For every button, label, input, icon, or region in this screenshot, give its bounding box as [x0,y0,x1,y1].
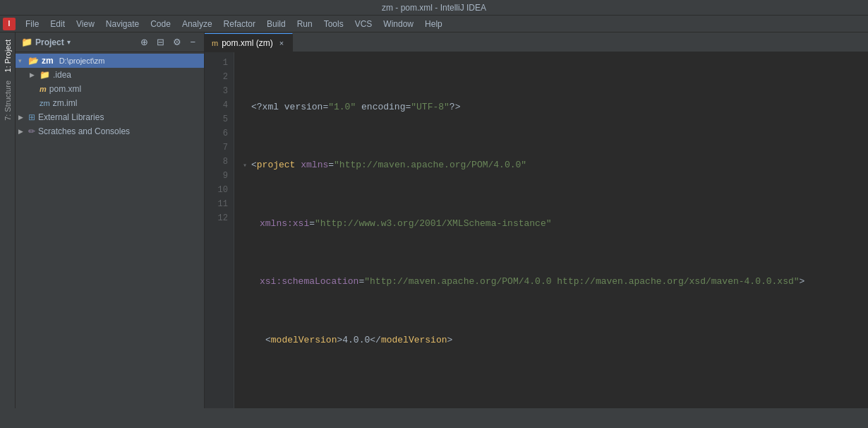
fold-5 [243,335,251,346]
pom-xml-label: pom.xml [49,84,81,94]
code-text-2: <project xmlns="http://maven.apache.org/… [251,158,526,173]
ext-libs-icon: ⊞ [28,112,35,122]
val-1b: "UTF-8" [411,102,450,112]
zm-root-path: D:\project\zm [59,57,105,65]
tab-label: pom.xml (zm) [222,38,273,48]
menu-analyze[interactable]: Analyze [176,18,218,30]
settings-button[interactable]: ⚙ [170,35,184,49]
project-folder-icon: 📁 [21,37,32,47]
code-text-1: <?xml version="1.0" encoding="UTF-8"?> [251,100,460,115]
line-num-7: 7 [205,141,228,155]
tree-item-scratches[interactable]: ▶ ✏ Scratches and Consoles [16,124,204,138]
sidebar-tab-structure[interactable]: 7: Structure [1,76,14,125]
line-num-8: 8 [205,155,228,170]
folder-open-icon: 📂 [28,56,39,66]
scratches-icon: ✏ [28,126,35,136]
menu-run[interactable]: Run [291,18,318,30]
code-text-3: xmlns:xsi="http://www.w3.org/2001/XMLSch… [251,217,552,232]
menu-vcs[interactable]: VCS [349,18,378,30]
line-num-2: 2 [205,71,228,85]
line-num-3: 3 [205,85,228,99]
idea-folder-icon: 📁 [40,70,50,80]
project-dropdown-arrow[interactable]: ▾ [67,38,71,46]
main-layout: 1: Project 7: Structure 📁 Project ▾ ⊕ ⊟ … [0,32,868,408]
left-strip: 1: Project 7: Structure [0,32,16,408]
code-line-5: <modelVersion>4.0.0</modelVersion> [243,333,860,347]
iml-icon: zm [40,99,50,107]
tab-pomxml[interactable]: m pom.xml (zm) × [205,33,293,52]
line-num-12: 12 [205,212,228,226]
code-text-6 [251,391,257,406]
fold-2[interactable]: ▾ [243,160,251,172]
fold-4 [243,277,251,288]
menu-edit[interactable]: Edit [44,18,71,30]
code-content[interactable]: <?xml version="1.0" encoding="UTF-8"?> ▾… [234,52,868,408]
menu-file[interactable]: File [20,18,44,30]
tab-xml-icon: m [212,39,218,47]
menu-help[interactable]: Help [419,18,448,30]
menu-build[interactable]: Build [261,18,291,30]
project-panel-title: Project [35,37,64,47]
code-line-6 [243,391,860,405]
line-num-10: 10 [205,184,228,198]
code-line-3: xmlns:xsi="http://www.w3.org/2001/XMLSch… [243,217,860,231]
code-text-4: xsi:schemaLocation="http://maven.apache.… [251,275,804,290]
arrow-idea: ▶ [30,71,37,78]
fold-1 [243,102,251,113]
add-button[interactable]: ⊕ [138,35,151,49]
close-panel-button[interactable]: − [187,35,198,49]
layout-button[interactable]: ⊟ [154,35,167,49]
project-panel: 📁 Project ▾ ⊕ ⊟ ⚙ − ▾ 📂 zm D:\project\zm… [16,32,205,408]
line-numbers: 1 2 3 4 5 6 7 8 9 10 11 12 [205,52,234,408]
code-line-4: xsi:schemaLocation="http://maven.apache.… [243,275,860,290]
fold-6 [243,393,251,404]
menu-navigate[interactable]: Navigate [100,18,145,30]
line-num-4: 4 [205,99,228,113]
project-panel-actions: ⊕ ⊟ ⚙ − [138,35,198,49]
code-text-5: <modelVersion>4.0.0</modelVersion> [251,333,452,348]
tree-item-idea[interactable]: ▶ 📁 .idea [16,68,204,82]
sidebar-tab-project[interactable]: 1: Project [1,35,14,76]
title-bar: zm - pom.xml - IntelliJ IDEA [0,0,868,16]
pom-xml-icon: m [40,85,47,93]
code-editor[interactable]: 1 2 3 4 5 6 7 8 9 10 11 12 <?xml version… [205,52,868,408]
line-num-1: 1 [205,57,228,71]
code-line-2: ▾ <project xmlns="http://maven.apache.or… [243,159,860,173]
menu-refactor[interactable]: Refactor [218,18,261,30]
tree-item-zm-root[interactable]: ▾ 📂 zm D:\project\zm [16,54,204,68]
scratches-label: Scratches and Consoles [38,126,130,136]
code-line-1: <?xml version="1.0" encoding="UTF-8"?> [243,100,860,114]
menu-tools[interactable]: Tools [318,18,349,30]
editor-area: m pom.xml (zm) × 1 2 3 4 5 6 7 8 9 10 11… [205,32,868,408]
val-1a: "1.0" [328,102,356,112]
tab-close-button[interactable]: × [278,39,285,47]
menu-view[interactable]: View [71,18,100,30]
menu-code[interactable]: Code [145,18,176,30]
tree-item-zmiml[interactable]: ▶ zm zm.iml [16,96,204,110]
line-num-11: 11 [205,198,228,212]
arrow-zm: ▾ [18,57,25,64]
line-num-5: 5 [205,113,228,127]
tree-item-ext-libs[interactable]: ▶ ⊞ External Libraries [16,110,204,124]
project-tree: ▾ 📂 zm D:\project\zm ▶ 📁 .idea ▶ m pom.x… [16,52,204,408]
project-panel-header: 📁 Project ▾ ⊕ ⊟ ⚙ − [16,32,204,52]
app-icon: I [3,18,16,30]
menu-bar: I File Edit View Navigate Code Analyze R… [0,16,868,32]
menu-window[interactable]: Window [378,18,419,30]
idea-label: .idea [53,70,71,80]
line-num-6: 6 [205,127,228,141]
iml-label: zm.iml [53,98,78,108]
ext-libs-label: External Libraries [38,112,104,122]
fold-3 [243,218,251,230]
line-num-9: 9 [205,170,228,184]
arrow-scratches: ▶ [18,128,25,135]
tree-item-pomxml[interactable]: ▶ m pom.xml [16,82,204,96]
tab-bar: m pom.xml (zm) × [205,32,868,52]
title-text: zm - pom.xml - IntelliJ IDEA [382,3,486,13]
arrow-ext-libs: ▶ [18,114,25,121]
zm-root-label: zm [42,56,54,66]
